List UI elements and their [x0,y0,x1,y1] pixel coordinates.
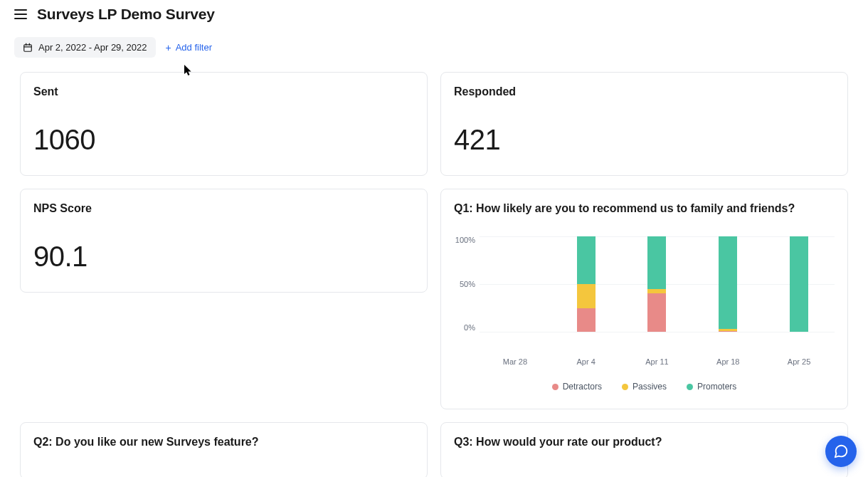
swatch-passives [622,384,628,390]
legend-label: Passives [633,382,667,392]
q1-seg-detractors [647,293,666,332]
q1-xlabel: Apr 25 [782,350,816,366]
calendar-icon [23,43,33,53]
q1-ytick: 50% [454,281,475,288]
legend-label: Detractors [563,382,602,392]
svg-rect-0 [24,44,32,51]
q1-seg-promoters [647,236,666,289]
date-range-filter[interactable]: Apr 2, 2022 - Apr 29, 2022 [14,37,156,58]
swatch-promoters [687,384,693,390]
q1-ytick: 100% [454,236,475,244]
date-range-text: Apr 2, 2022 - Apr 29, 2022 [38,42,147,53]
sent-card: Sent 1060 [20,72,428,176]
q1-gridline [480,332,835,332]
q1-ytick: 0% [454,324,475,332]
responded-card-title: Responded [454,85,835,98]
q1-card-title: Q1: How likely are you to recommend us t… [454,202,835,215]
legend-item-promoters: Promoters [687,382,736,392]
q1-bar[interactable] [790,236,808,332]
q1-seg-passives [577,284,596,308]
q1-seg-promoters [790,236,808,332]
q1-card: Q1: How likely are you to recommend us t… [440,189,848,409]
q3-card: Q3: How would your rate our product? [440,422,848,477]
q1-seg-promoters [577,236,596,284]
q1-bar[interactable] [719,236,737,332]
q1-bar[interactable] [577,236,596,332]
topbar: Surveys LP Demo Survey [0,0,868,23]
q1-y-axis: 100% 50% 0% [454,236,480,332]
add-filter-label: Add filter [176,42,212,53]
q1-xlabel: Apr 18 [711,350,745,366]
q1-seg-promoters [719,236,737,329]
q1-seg-passives [647,289,666,294]
q2-card-title: Q2: Do you like our new Surveys feature? [33,436,414,449]
q1-bar[interactable] [506,236,524,332]
sent-card-value: 1060 [33,124,414,156]
spacer [20,357,428,409]
nps-card-value: 90.1 [33,241,414,273]
legend-label: Promoters [697,382,736,392]
menu-icon[interactable] [14,9,27,19]
q1-legend: Detractors Passives Promoters [454,382,835,392]
q1-plot [480,236,835,332]
plus-icon: + [166,43,171,53]
q1-xlabel: Apr 4 [569,350,603,366]
q1-chart: 100% 50% 0% [454,236,835,350]
q1-seg-detractors [719,331,737,332]
sent-card-title: Sent [33,85,414,98]
add-filter-button[interactable]: + Add filter [166,42,213,53]
q1-bar[interactable] [647,236,666,332]
cards-grid: Sent 1060 Responded 421 NPS Score 90.1 Q… [0,66,868,477]
chat-icon [833,444,849,459]
help-launcher[interactable] [825,436,857,467]
nps-card-title: NPS Score [33,202,414,215]
nps-card: NPS Score 90.1 [20,189,428,293]
legend-item-detractors: Detractors [552,382,602,392]
q1-x-axis: Mar 28 Apr 4 Apr 11 Apr 18 Apr 25 [454,350,835,366]
page-title: Surveys LP Demo Survey [37,6,215,23]
legend-item-passives: Passives [622,382,667,392]
q2-card: Q2: Do you like our new Surveys feature? [20,422,428,477]
responded-card: Responded 421 [440,72,848,176]
q3-card-title: Q3: How would your rate our product? [454,436,835,449]
q1-xlabel: Apr 11 [640,350,674,366]
swatch-detractors [552,384,559,390]
q1-xlabel: Mar 28 [498,350,532,366]
responded-card-value: 421 [454,124,835,156]
q1-bars [480,236,835,332]
q1-seg-detractors [577,308,596,332]
filter-bar: Apr 2, 2022 - Apr 29, 2022 + Add filter [0,23,868,66]
